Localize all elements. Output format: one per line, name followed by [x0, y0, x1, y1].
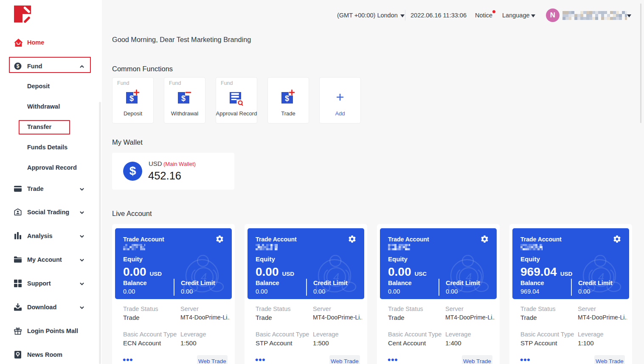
- svg-text:4: 4: [598, 271, 604, 283]
- svg-text:$: $: [285, 94, 289, 103]
- svg-text:4: 4: [333, 271, 339, 283]
- svg-text:4: 4: [466, 271, 472, 283]
- svg-text:$: $: [181, 94, 186, 103]
- svg-text:4: 4: [201, 271, 207, 283]
- svg-text:$: $: [17, 63, 20, 69]
- svg-text:$: $: [129, 94, 134, 103]
